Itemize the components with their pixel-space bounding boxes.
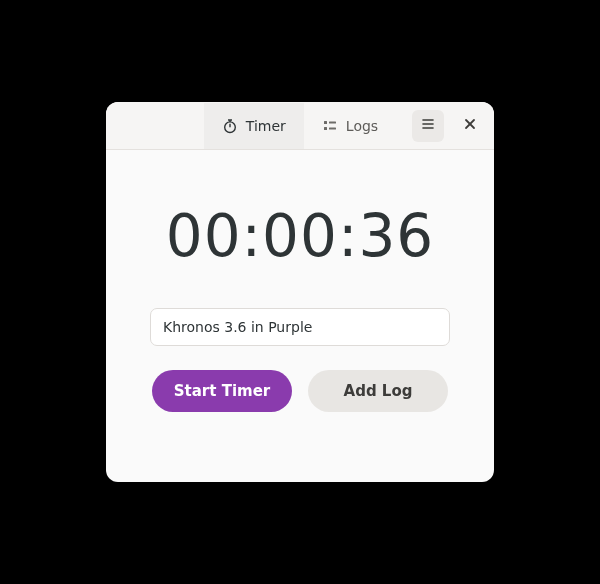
tab-logs[interactable]: Logs	[304, 103, 396, 149]
menu-button[interactable]	[412, 110, 444, 142]
start-timer-button[interactable]: Start Timer	[152, 370, 292, 412]
header-controls	[412, 110, 486, 142]
tab-label: Timer	[246, 119, 286, 133]
list-icon	[322, 118, 338, 134]
task-name-input[interactable]	[150, 308, 450, 346]
elapsed-time: 00:00:36	[166, 202, 435, 270]
svg-rect-7	[329, 127, 336, 129]
svg-rect-6	[324, 127, 327, 130]
close-icon	[463, 116, 477, 135]
svg-rect-5	[329, 121, 336, 123]
headerbar: Timer Logs	[106, 102, 494, 150]
stopwatch-icon	[222, 118, 238, 134]
timer-view: 00:00:36 Start Timer Add Log	[106, 150, 494, 482]
tab-label: Logs	[346, 119, 378, 133]
add-log-button[interactable]: Add Log	[308, 370, 448, 412]
svg-rect-4	[324, 121, 327, 124]
action-row: Start Timer Add Log	[152, 370, 448, 412]
hamburger-icon	[420, 116, 436, 136]
close-button[interactable]	[454, 110, 486, 142]
app-window: Timer Logs	[106, 102, 494, 482]
tab-timer[interactable]: Timer	[204, 103, 304, 149]
view-switcher: Timer Logs	[204, 102, 396, 149]
